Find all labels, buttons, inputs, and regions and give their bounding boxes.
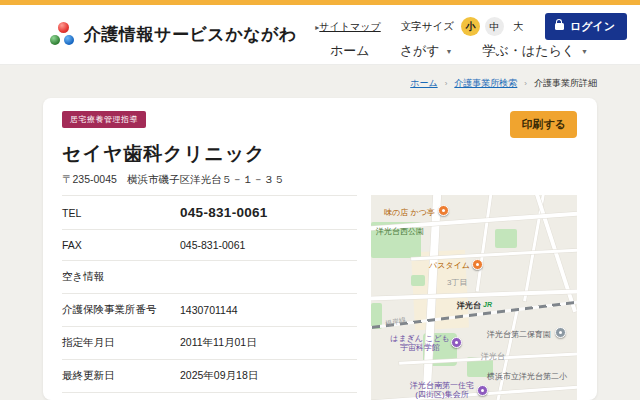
card-top-row: 居宅療養管理指導 印刷する — [62, 111, 577, 138]
row-label: 指定年月日 — [62, 336, 180, 350]
row-value: 1430701144 — [180, 304, 238, 316]
map-label-meeting-hall: 洋光台南第一住宅(四街区)集会所 — [407, 381, 477, 399]
login-label: ログイン — [570, 19, 615, 34]
row-value: 2025年09月18日 — [180, 369, 258, 383]
logo-dot-green — [50, 35, 60, 45]
row-label: 介護保険事業所番号 — [62, 303, 180, 317]
nav-search-label: さがす — [400, 42, 440, 60]
breadcrumb: ホーム › 介護事業所検索 › 介護事業所詳細 — [0, 77, 597, 90]
nav-learn-work[interactable]: 学ぶ・はたらく ▼ — [483, 42, 588, 60]
nav-search[interactable]: さがす ▼ — [400, 42, 453, 60]
nav-learn-work-label: 学ぶ・はたらく — [483, 42, 576, 60]
table-row-availability: 空き情報 — [62, 260, 357, 293]
map-road — [371, 289, 577, 301]
table-row-last-updated: 最終更新日 2025年09月18日 — [62, 359, 357, 392]
map-road — [476, 195, 494, 292]
jr-logo-icon: JR — [483, 301, 492, 308]
breadcrumb-home[interactable]: ホーム — [410, 77, 437, 90]
facility-info-table: TEL 045-831-0061 FAX 045-831-0061 空き情報 介… — [62, 195, 357, 400]
map-marker-pastime-icon[interactable] — [472, 259, 483, 270]
logo-dot-blue — [64, 35, 74, 45]
row-value: 045-831-0061 — [180, 239, 245, 251]
map-marker-science-museum-icon[interactable] — [451, 337, 462, 348]
table-row-office-number: 介護保険事業所番号 1430701144 — [62, 293, 357, 326]
site-title: 介護情報サービスかながわ — [84, 23, 297, 46]
row-value: 2011年11月01日 — [180, 336, 257, 350]
location-map[interactable]: 味の店 かつ亭 洋光台西公園 パスタイム 3丁目 洋光台 JR 根岸線 洋光台第… — [371, 195, 577, 400]
table-row-fax: FAX 045-831-0061 — [62, 229, 357, 260]
map-marker-restaurant-icon[interactable] — [438, 205, 449, 216]
map-park-area — [411, 275, 425, 286]
map-park-area — [495, 229, 517, 248]
login-button[interactable]: ログイン — [545, 13, 627, 40]
site-logo[interactable]: 介護情報サービスかながわ — [50, 22, 297, 47]
row-label: 空き情報 — [62, 270, 180, 284]
map-label-rail-line: 根岸線 — [384, 315, 406, 328]
map-label-restaurant: 味の店 かつ亭 — [384, 208, 435, 217]
utility-bar: サイトマップ 文字サイズ 小 中 大 ログイン — [315, 13, 627, 40]
map-marker-meeting-hall-icon[interactable] — [477, 385, 488, 396]
row-label: 最終更新日 — [62, 369, 180, 383]
breadcrumb-search[interactable]: 介護事業所検索 — [454, 77, 517, 90]
table-row-manager: 管理者 渡部 誠矢 — [62, 392, 357, 400]
font-size-small-button[interactable]: 小 — [461, 17, 480, 36]
breadcrumb-separator: › — [524, 79, 527, 88]
map-label-elementary-school: 横浜市立洋光台第二小 — [487, 372, 567, 381]
chevron-down-icon: ▼ — [446, 48, 453, 55]
row-value: 045-831-0061 — [180, 205, 268, 220]
row-label: FAX — [62, 239, 180, 251]
detail-content: TEL 045-831-0061 FAX 045-831-0061 空き情報 介… — [62, 195, 577, 400]
map-marker-nursery-icon[interactable] — [555, 327, 566, 338]
font-size-large-button[interactable]: 大 — [509, 17, 528, 36]
breadcrumb-separator: › — [445, 79, 448, 88]
chevron-down-icon: ▼ — [581, 48, 588, 55]
map-label-west-park: 洋光台西公園 — [376, 227, 424, 236]
postal-code: 〒235-0045 — [62, 173, 117, 187]
sitemap-link[interactable]: サイトマップ — [315, 20, 380, 34]
map-label-nursery: 洋光台第二保育園 — [487, 330, 551, 339]
facility-detail-card: 居宅療養管理指導 印刷する セイヤ歯科クリニック 〒235-0045 横浜市磯子… — [43, 98, 597, 400]
logo-dot-red — [58, 22, 69, 33]
table-row-designation-date: 指定年月日 2011年11月01日 — [62, 326, 357, 359]
map-label-district-yokodai: 洋光台 — [481, 352, 505, 361]
main-navigation: ホーム さがす ▼ 学ぶ・はたらく ▼ — [330, 42, 588, 60]
nav-home-label: ホーム — [330, 42, 370, 60]
nav-home[interactable]: ホーム — [330, 42, 370, 60]
facility-address: 〒235-0045 横浜市磯子区洋光台５－１－３５ — [62, 173, 577, 187]
table-row-tel: TEL 045-831-0061 — [62, 195, 357, 229]
map-label-science-museum: はまぎん こども宇宙科学館 — [389, 334, 451, 352]
font-size-medium-button[interactable]: 中 — [485, 17, 504, 36]
lock-icon — [555, 23, 564, 30]
site-header: 介護情報サービスかながわ サイトマップ 文字サイズ 小 中 大 ログイン ホーム… — [0, 5, 640, 65]
font-size-label: 文字サイズ — [401, 20, 454, 34]
map-label-district-3: 3丁目 — [447, 278, 467, 287]
breadcrumb-current: 介護事業所詳細 — [534, 77, 597, 90]
map-label-pastime: パスタイム — [429, 261, 470, 270]
logo-dots-icon — [50, 22, 76, 47]
map-label-station: 洋光台 — [457, 301, 481, 310]
row-label: TEL — [62, 207, 180, 219]
service-category-badge: 居宅療養管理指導 — [62, 111, 146, 128]
facility-name: セイヤ歯科クリニック — [62, 141, 577, 167]
print-button[interactable]: 印刷する — [510, 111, 577, 138]
street-address: 横浜市磯子区洋光台５－１－３５ — [127, 173, 285, 187]
